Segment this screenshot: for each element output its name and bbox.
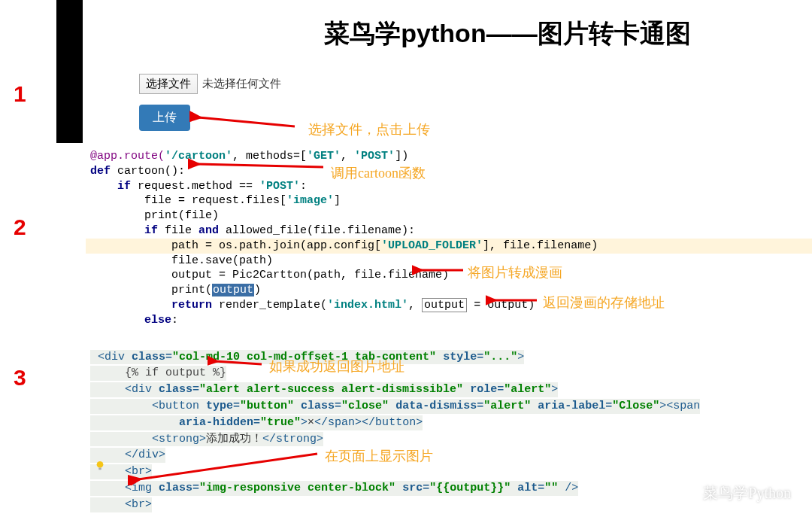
- svg-rect-13: [98, 468, 102, 470]
- code-line: print(output): [86, 283, 812, 298]
- svg-line-11: [138, 454, 317, 479]
- arrow-to-upload: [189, 110, 302, 132]
- annotation-show-image: 在页面上显示图片: [325, 447, 433, 465]
- code-line: else:: [86, 313, 812, 328]
- section-number-3: 3: [14, 365, 26, 391]
- watermark-text: 菜鸟学Python: [703, 483, 791, 503]
- annotation-convert: 将图片转成漫画: [468, 263, 562, 281]
- upload-button[interactable]: 上传: [139, 105, 190, 131]
- code-line: if file and allowed_file(file.filename):: [86, 223, 812, 239]
- page-title: 菜鸟学python——图片转卡通图: [203, 17, 812, 51]
- section-number-2: 2: [14, 214, 26, 240]
- arrow-to-img: [128, 448, 323, 485]
- svg-point-16: [685, 491, 694, 499]
- code-line: <button type="button" class="close" data…: [90, 399, 700, 414]
- code-line: {% if output %}: [90, 366, 226, 381]
- wechat-icon: [676, 482, 697, 503]
- arrow-to-return: [486, 294, 542, 306]
- code-line: if request.method == 'POST':: [86, 179, 812, 194]
- arrow-to-pic2cartoon: [412, 264, 468, 276]
- python-code-block: @app.route('/cartoon', methods=['GET', '…: [86, 149, 812, 328]
- code-line: print(file): [86, 208, 812, 223]
- no-file-label: 未选择任何文件: [202, 77, 281, 91]
- black-bar: [56, 0, 83, 143]
- annotation-if-output: 如果成功返回图片地址: [269, 357, 404, 376]
- choose-file-button[interactable]: 选择文件: [139, 74, 198, 94]
- svg-line-3: [197, 164, 323, 167]
- arrow-to-if: [208, 354, 268, 369]
- left-margin: [0, 0, 83, 523]
- code-line: aria-hidden="true">×</span></button>: [90, 415, 423, 430]
- code-line: return render_template('index.html', out…: [86, 298, 812, 313]
- arrow-to-def: [188, 158, 331, 173]
- svg-line-9: [215, 361, 262, 364]
- section-number-1: 1: [14, 81, 26, 107]
- annotation-cartoon: 调用cartoon函数: [331, 164, 426, 182]
- annotation-return: 返回漫画的存储地址: [543, 293, 665, 312]
- code-line: path = os.path.join(app.config['UPLOAD_F…: [86, 239, 812, 254]
- watermark: 菜鸟学Python: [676, 482, 791, 503]
- annotation-upload: 选择文件，点击上传: [308, 120, 430, 138]
- svg-line-1: [198, 117, 295, 126]
- lightbulb-icon: [95, 461, 105, 471]
- code-line: file = request.files['image']: [86, 193, 812, 208]
- code-line: <div class="alert alert-success alert-di…: [90, 382, 558, 397]
- code-line: <br>: [90, 497, 152, 512]
- svg-point-12: [97, 461, 104, 468]
- code-line: <strong>添加成功！</strong>: [90, 432, 323, 447]
